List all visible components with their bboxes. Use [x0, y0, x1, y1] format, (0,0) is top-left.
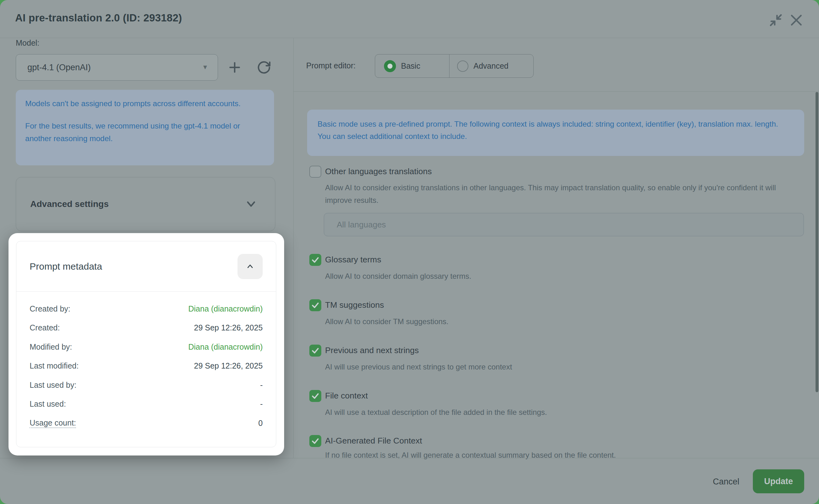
check-icon	[311, 392, 320, 400]
usage-count-label: Usage count:	[30, 418, 76, 428]
metadata-row-usage-count: Usage count: 0	[30, 414, 263, 433]
ai-pretranslation-dialog: AI pre-translation 2.0 (ID: 293182) Mode…	[0, 0, 819, 504]
row-label: Last used:	[30, 399, 66, 409]
prompt-editor-label: Prompt editor:	[306, 61, 356, 70]
row-value: 0	[258, 419, 263, 428]
metadata-row-last-modified: Last modified: 29 Sep 12:26, 2025	[30, 357, 263, 376]
row-value: -	[260, 399, 263, 409]
checkbox-file-context[interactable]	[309, 390, 321, 402]
prompt-editor-option-basic[interactable]: Basic	[375, 54, 458, 77]
glossary-terms-label: Glossary terms	[325, 255, 381, 265]
cancel-button[interactable]: Cancel	[706, 470, 747, 493]
model-info-box: Models can't be assigned to prompts acro…	[16, 90, 274, 165]
basic-option-label: Basic	[401, 61, 420, 71]
metadata-row-last-used: Last used: -	[30, 395, 263, 414]
refresh-icon	[257, 70, 271, 75]
row-label: Last used by:	[30, 381, 77, 390]
plus-icon	[228, 70, 242, 75]
prompt-metadata-title: Prompt metadata	[30, 241, 102, 291]
check-icon	[311, 255, 320, 264]
model-info-line-1: Models can't be assigned to prompts acro…	[16, 90, 260, 110]
checkbox-other-languages[interactable]	[309, 166, 321, 178]
prompt-editor-mode-switch: Basic Advanced	[375, 54, 534, 78]
basic-mode-info-box: Basic mode uses a pre-defined prompt. Th…	[307, 110, 804, 156]
model-label: Model:	[16, 38, 39, 48]
collapse-metadata-button[interactable]	[238, 254, 263, 279]
row-label: Modified by:	[30, 342, 72, 352]
vertical-scrollbar[interactable]	[816, 92, 818, 392]
row-label: Created by:	[30, 304, 70, 313]
refresh-models-button[interactable]	[257, 60, 271, 74]
advanced-option-label: Advanced	[473, 61, 508, 71]
row-label: Last modified:	[30, 361, 79, 370]
checkbox-glossary-terms[interactable]	[309, 254, 321, 266]
previous-next-strings-description: AI will use previous and next strings to…	[325, 361, 512, 373]
metadata-row-created: Created: 29 Sep 12:26, 2025	[30, 318, 263, 338]
modified-by-user-link[interactable]: Diana (dianacrowdin)	[188, 342, 263, 352]
model-selected-value: gpt-4.1 (OpenAI)	[27, 54, 91, 80]
chevron-up-icon	[246, 262, 255, 271]
glossary-terms-description: Allow AI to consider domain glossary ter…	[325, 270, 471, 283]
chevron-down-icon	[244, 197, 258, 210]
prompt-editor-option-advanced[interactable]: Advanced	[450, 54, 541, 77]
column-divider	[293, 38, 294, 458]
checkbox-previous-next-strings[interactable]	[309, 345, 321, 357]
languages-placeholder: All languages	[337, 213, 386, 236]
prompt-metadata-header: Prompt metadata	[16, 241, 276, 292]
model-select[interactable]: gpt-4.1 (OpenAI) ▼	[16, 54, 218, 81]
row-label: Created:	[30, 323, 60, 332]
ai-generated-file-context-description: If no file context is set, AI will gener…	[325, 449, 616, 461]
footer-divider	[0, 458, 819, 458]
update-button[interactable]: Update	[753, 469, 804, 493]
collapse-icon	[769, 23, 783, 28]
advanced-settings-label: Advanced settings	[30, 177, 109, 231]
created-by-user-link[interactable]: Diana (dianacrowdin)	[188, 304, 263, 313]
prompt-editor-divider	[293, 91, 819, 92]
row-value: -	[260, 381, 263, 390]
screen: AI pre-translation 2.0 (ID: 293182) Mode…	[0, 0, 819, 504]
metadata-row-created-by: Created by: Diana (dianacrowdin)	[30, 299, 263, 318]
dropdown-caret-icon: ▼	[202, 54, 208, 80]
collapse-dialog-button[interactable]	[769, 13, 783, 27]
prompt-metadata-spotlight: Prompt metadata Created by: Diana (diana…	[9, 233, 284, 455]
prompt-metadata-card: Prompt metadata Created by: Diana (diana…	[16, 241, 276, 447]
advanced-settings-toggle[interactable]: Advanced settings	[16, 177, 275, 231]
tm-suggestions-description: Allow AI to consider TM suggestions.	[325, 315, 449, 328]
radio-unselected-icon	[457, 60, 468, 72]
close-dialog-button[interactable]	[789, 13, 803, 27]
checkbox-ai-generated-file-context[interactable]	[309, 435, 321, 447]
dialog-title: AI pre-translation 2.0 (ID: 293182)	[15, 12, 182, 24]
basic-mode-info-text: Basic mode uses a pre-defined prompt. Th…	[307, 110, 793, 142]
close-icon	[789, 23, 803, 28]
check-icon	[311, 437, 320, 445]
header-divider	[0, 38, 819, 38]
file-context-description: AI will use a textual description of the…	[325, 406, 547, 419]
ai-generated-file-context-label: AI-Generated File Context	[325, 436, 422, 446]
other-languages-description: Allow AI to consider existing translatio…	[325, 181, 801, 207]
metadata-row-last-used-by: Last used by: -	[30, 375, 263, 395]
model-info-line-2: For the best results, we recommend using…	[16, 110, 260, 145]
check-icon	[311, 346, 320, 355]
other-languages-label: Other languages translations	[325, 167, 432, 176]
row-value: 29 Sep 12:26, 2025	[194, 361, 263, 370]
add-model-button[interactable]	[228, 60, 242, 74]
languages-multiselect[interactable]: All languages	[324, 213, 804, 236]
previous-next-strings-label: Previous and next strings	[325, 346, 419, 355]
radio-selected-icon	[384, 60, 396, 72]
row-value: 29 Sep 12:26, 2025	[194, 323, 263, 332]
checkbox-tm-suggestions[interactable]	[309, 299, 321, 311]
tm-suggestions-label: TM suggestions	[325, 300, 384, 310]
file-context-label: File context	[325, 391, 368, 401]
check-icon	[311, 301, 320, 310]
prompt-metadata-rows: Created by: Diana (dianacrowdin) Created…	[30, 291, 263, 433]
metadata-row-modified-by: Modified by: Diana (dianacrowdin)	[30, 337, 263, 357]
